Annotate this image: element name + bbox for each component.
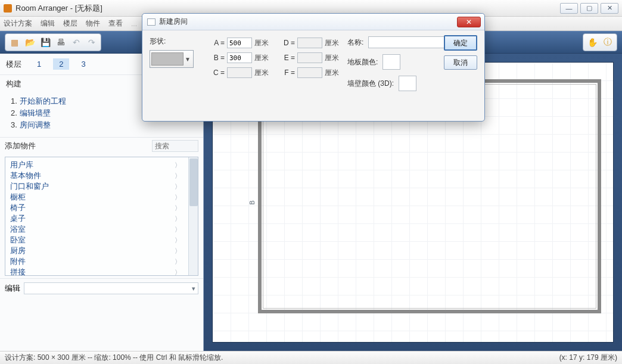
- wall-color-chip[interactable]: [399, 76, 416, 91]
- chevron-down-icon: ▼: [184, 56, 192, 63]
- chevron-right-icon: 〉: [175, 170, 184, 181]
- toolbar-group-right: ✋ ⓘ: [583, 33, 617, 51]
- category-item[interactable]: 椅子〉: [10, 203, 184, 213]
- dim-a-input[interactable]: [227, 38, 252, 48]
- chevron-right-icon: 〉: [175, 224, 184, 235]
- dialog-icon: [147, 18, 156, 26]
- cancel-button[interactable]: 取消: [444, 55, 477, 70]
- search-input[interactable]: [152, 140, 198, 152]
- dialog-title: 新建房间: [159, 17, 188, 27]
- menu-design[interactable]: 设计方案: [4, 18, 32, 29]
- minimize-button[interactable]: ―: [560, 3, 578, 14]
- edit-dropdown[interactable]: ▾: [24, 282, 198, 294]
- floor-1[interactable]: 1: [31, 58, 47, 70]
- dim-e-input: [297, 52, 322, 63]
- redo-icon[interactable]: ↷: [86, 37, 97, 48]
- status-coords: (x: 17 y: 179 厘米): [559, 353, 617, 363]
- category-item[interactable]: 基本物件〉: [10, 170, 184, 181]
- shape-dropdown[interactable]: ▼: [150, 50, 194, 68]
- new-icon[interactable]: ▦: [9, 37, 20, 48]
- menu-object[interactable]: 物件: [86, 18, 100, 29]
- info-icon[interactable]: ⓘ: [602, 37, 613, 48]
- chevron-right-icon: 〉: [175, 213, 184, 224]
- status-bar: 设计方案: 500 × 300 厘米 -- 缩放: 100% -- 使用 Ctr…: [0, 351, 622, 364]
- status-left: 设计方案: 500 × 300 厘米 -- 缩放: 100% -- 使用 Ctr…: [5, 353, 223, 363]
- add-objects-title: 添加物件: [5, 141, 36, 151]
- window-title: Room Arranger - [无标题]: [15, 3, 102, 14]
- category-item[interactable]: 附件〉: [10, 256, 184, 267]
- shape-label: 形状:: [150, 36, 198, 46]
- hand-icon[interactable]: ✋: [587, 37, 598, 48]
- close-button[interactable]: ✕: [601, 3, 618, 14]
- floor-color-label: 地板颜色:: [347, 57, 378, 67]
- undo-icon[interactable]: ↶: [71, 37, 82, 48]
- category-item[interactable]: 门口和窗户〉: [10, 181, 184, 192]
- category-item[interactable]: 橱柜〉: [10, 192, 184, 203]
- dim-b-label: B: [248, 200, 256, 204]
- floor-color-chip[interactable]: [382, 54, 400, 70]
- category-item[interactable]: 拼接〉: [10, 267, 184, 276]
- dim-c-input: [227, 67, 252, 78]
- dialog-close-button[interactable]: ✕: [457, 17, 481, 27]
- category-item[interactable]: 厨房〉: [10, 245, 184, 256]
- chevron-right-icon: 〉: [175, 181, 184, 192]
- edit-label: 编辑: [5, 283, 20, 294]
- open-icon[interactable]: 📂: [24, 37, 35, 48]
- add-objects-header: 添加物件: [0, 137, 203, 154]
- new-room-dialog: 新建房间 ✕ 形状: ▼ A =厘米 B =厘米 C =厘米 D =厘米 E =…: [142, 13, 485, 122]
- maximize-button[interactable]: ▢: [580, 3, 598, 14]
- category-list: 用户库〉基本物件〉门口和窗户〉橱柜〉椅子〉桌子〉浴室〉卧室〉厨房〉附件〉拼接〉其…: [5, 157, 198, 276]
- chevron-right-icon: 〉: [175, 203, 184, 213]
- chevron-right-icon: 〉: [175, 235, 184, 245]
- menu-overflow: ...: [131, 20, 137, 28]
- shape-swatch: [151, 52, 184, 66]
- wall-color-label: 墙壁颜色 (3D):: [347, 79, 394, 89]
- category-item[interactable]: 桌子〉: [10, 213, 184, 224]
- floor-label: 楼层: [6, 59, 21, 70]
- chevron-right-icon: 〉: [175, 256, 184, 267]
- chevron-right-icon: 〉: [175, 245, 184, 256]
- toolbar-group-main: ▦ 📂 💾 🖶 ↶ ↷: [5, 33, 101, 51]
- category-scrollbar[interactable]: [188, 157, 198, 275]
- chevron-right-icon: 〉: [175, 160, 184, 170]
- menu-edit[interactable]: 编辑: [41, 18, 55, 29]
- chevron-right-icon: 〉: [175, 192, 184, 203]
- save-icon[interactable]: 💾: [40, 37, 51, 48]
- app-icon: [4, 4, 12, 13]
- floor-2[interactable]: 2: [53, 58, 69, 70]
- menu-floor[interactable]: 楼层: [63, 18, 77, 29]
- ok-button[interactable]: 确定: [444, 35, 477, 51]
- chevron-right-icon: 〉: [175, 267, 184, 276]
- menu-view[interactable]: 查看: [108, 18, 123, 29]
- category-item[interactable]: 用户库〉: [10, 160, 184, 170]
- dim-d-input: [297, 38, 322, 48]
- edit-section: 编辑 ▾: [0, 278, 203, 298]
- dialog-titlebar[interactable]: 新建房间 ✕: [142, 14, 484, 30]
- floor-3[interactable]: 3: [75, 58, 91, 70]
- category-item[interactable]: 浴室〉: [10, 224, 184, 235]
- dim-f-input: [297, 67, 322, 78]
- name-label: 名称:: [347, 38, 363, 48]
- dim-b-input[interactable]: [227, 52, 252, 63]
- print-icon[interactable]: 🖶: [55, 37, 66, 48]
- category-item[interactable]: 卧室〉: [10, 235, 184, 245]
